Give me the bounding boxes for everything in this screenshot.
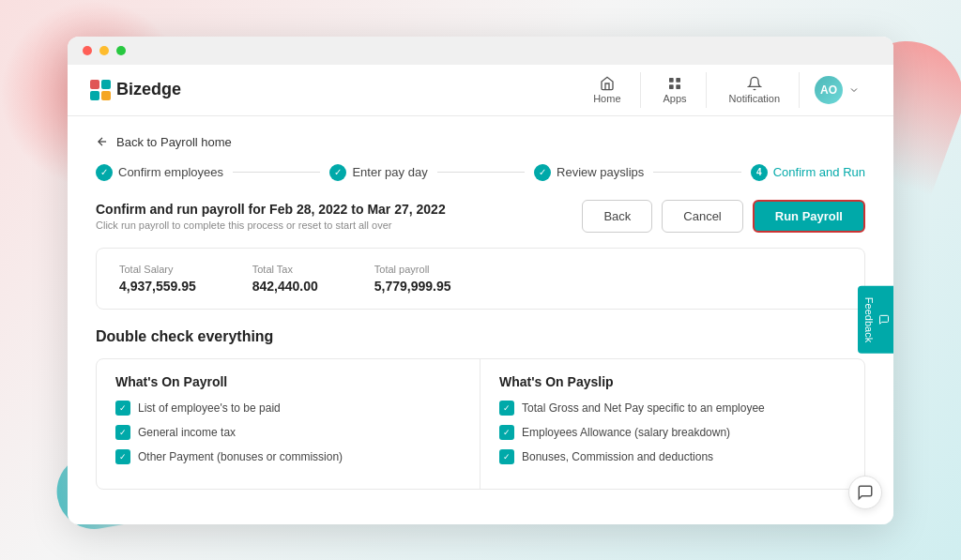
step-label-4: Confirm and Run [773, 165, 865, 179]
summary-total-payroll: Total payroll 5,779,999.95 [374, 264, 451, 294]
chat-button[interactable] [848, 476, 882, 509]
step-confirm-employees: ✓ Confirm employees [96, 164, 223, 181]
summary-total-tax: Total Tax 842,440.00 [252, 264, 318, 294]
nav-avatar[interactable]: AO [803, 72, 871, 108]
summary-total-salary: Total Salary 4,937,559.95 [119, 264, 196, 294]
check-icon-6: ✓ [499, 449, 514, 464]
double-check-grid: What's On Payroll ✓ List of employee's t… [96, 358, 865, 490]
minimize-dot [99, 46, 109, 55]
action-row: Confirm and run payroll for Feb 28, 2022… [96, 200, 865, 233]
nav-apps-label: Apps [664, 93, 687, 104]
payslip-item-2: ✓ Employees Allowance (salary breakdown) [499, 425, 846, 440]
feedback-icon [878, 314, 890, 325]
step-line-1 [233, 172, 320, 173]
feedback-button[interactable]: Feedback [858, 286, 893, 354]
title-bar [68, 37, 893, 65]
action-subtitle: Click run payroll to complete this proce… [96, 219, 446, 231]
step-label-3: Review payslips [557, 165, 644, 179]
back-link[interactable]: Back to Payroll home [96, 135, 865, 149]
step-review-payslips: ✓ Review payslips [534, 164, 644, 181]
payslip-item-3: ✓ Bonuses, Commission and deductions [499, 449, 846, 464]
progress-steps: ✓ Confirm employees ✓ Enter pay day ✓ Re… [96, 164, 865, 181]
step-enter-pay-day: ✓ Enter pay day [329, 164, 427, 181]
back-button[interactable]: Back [582, 200, 652, 233]
nav-home-label: Home [593, 93, 620, 104]
browser-window: Bizedge Home App [68, 37, 893, 524]
summary-label-2: Total Tax [252, 264, 318, 275]
action-buttons: Back Cancel Run Payroll [582, 200, 865, 233]
payroll-item-3: ✓ Other Payment (bonuses or commission) [115, 449, 461, 464]
check-icon-5: ✓ [499, 425, 514, 440]
action-info: Confirm and run payroll for Feb 28, 2022… [96, 202, 446, 231]
feedback-label: Feedback [863, 297, 875, 342]
check-icon-4: ✓ [499, 401, 514, 416]
chevron-down-icon [848, 84, 860, 96]
svg-rect-7 [676, 84, 680, 89]
maximize-dot [116, 46, 126, 55]
payroll-item-1: ✓ List of employee's to be paid [115, 401, 461, 416]
nav-notification-label: Notification [729, 93, 780, 104]
svg-rect-6 [669, 84, 674, 89]
summary-label-3: Total payroll [374, 264, 451, 275]
payslip-column-title: What's On Payslip [499, 374, 846, 389]
back-link-text: Back to Payroll home [116, 135, 232, 149]
payroll-item-label-3: Other Payment (bonuses or commission) [138, 450, 343, 463]
step-num-4: 4 [751, 164, 768, 181]
logo: Bizedge [90, 80, 574, 100]
avatar-initials: AO [820, 83, 837, 97]
check-icon-3: ✓ [115, 449, 130, 464]
step-line-3 [653, 172, 740, 173]
check-icon-1: ✓ [115, 401, 130, 416]
check-icon-2: ✓ [115, 425, 130, 440]
summary-value-3: 5,779,999.95 [374, 279, 451, 294]
nav-notification[interactable]: Notification [710, 72, 800, 108]
step-check-1: ✓ [96, 164, 113, 181]
app-content: Bizedge Home App [68, 65, 893, 524]
svg-rect-0 [90, 80, 99, 89]
step-check-3: ✓ [534, 164, 551, 181]
payroll-item-2: ✓ General income tax [115, 425, 461, 440]
nav-apps[interactable]: Apps [645, 72, 707, 108]
payroll-item-label-2: General income tax [138, 426, 236, 439]
logo-text: Bizedge [116, 80, 181, 99]
svg-rect-2 [90, 91, 99, 100]
nav-items: Home Apps Notification [574, 72, 871, 108]
nav-home[interactable]: Home [574, 72, 640, 108]
summary-value-2: 842,440.00 [252, 279, 318, 294]
payroll-item-label-1: List of employee's to be paid [138, 401, 281, 415]
payroll-column: What's On Payroll ✓ List of employee's t… [97, 359, 480, 489]
close-dot [83, 46, 92, 55]
step-label-1: Confirm employees [118, 165, 223, 179]
main-area: Back to Payroll home ✓ Confirm employees… [68, 116, 893, 524]
run-payroll-button[interactable]: Run Payroll [753, 200, 865, 233]
chat-icon [857, 484, 874, 501]
payroll-column-title: What's On Payroll [115, 374, 461, 389]
action-title: Confirm and run payroll for Feb 28, 2022… [96, 202, 446, 217]
summary-row: Total Salary 4,937,559.95 Total Tax 842,… [96, 248, 865, 310]
svg-rect-4 [669, 78, 674, 83]
section-title: Double check everything [96, 328, 865, 345]
svg-rect-1 [101, 80, 111, 89]
svg-rect-3 [101, 91, 111, 100]
summary-label-1: Total Salary [119, 264, 196, 275]
payslip-item-label-2: Employees Allowance (salary breakdown) [522, 426, 730, 439]
payslip-item-label-1: Total Gross and Net Pay specific to an e… [522, 401, 765, 415]
top-nav: Bizedge Home App [68, 65, 893, 116]
logo-icon [90, 80, 111, 100]
svg-rect-5 [676, 78, 680, 83]
avatar: AO [815, 76, 843, 104]
step-check-2: ✓ [329, 164, 346, 181]
payslip-item-label-3: Bonuses, Commission and deductions [522, 450, 713, 463]
payslip-column: What's On Payslip ✓ Total Gross and Net … [480, 359, 864, 489]
step-confirm-and-run: 4 Confirm and Run [751, 164, 865, 181]
summary-value-1: 4,937,559.95 [119, 279, 196, 294]
payslip-item-1: ✓ Total Gross and Net Pay specific to an… [499, 401, 846, 416]
step-line-2 [437, 172, 525, 173]
step-label-2: Enter pay day [352, 165, 427, 179]
cancel-button[interactable]: Cancel [662, 200, 742, 233]
back-arrow-icon [96, 135, 109, 148]
